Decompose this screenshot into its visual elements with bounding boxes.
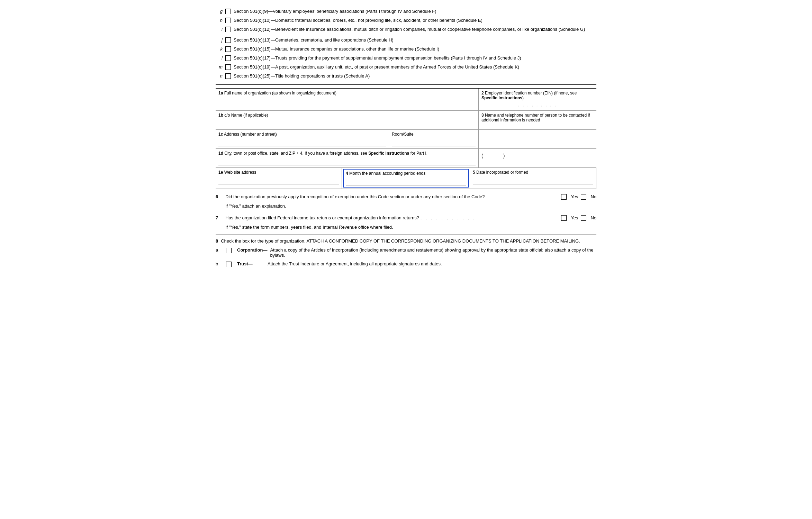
section-8a-letter: a	[216, 247, 223, 253]
row-1e-4-5: 1e Web site address 4 Month the annual a…	[216, 168, 596, 189]
question-6-section: 6 Did the organization previously apply …	[216, 192, 596, 211]
field-1c-input[interactable]	[218, 138, 386, 146]
field-room-container: Room/Suite	[389, 130, 479, 148]
section-8a-content: Corporation— Attach a copy of the Articl…	[237, 247, 596, 258]
field-1e-input[interactable]	[218, 176, 339, 184]
field-room-input[interactable]	[392, 138, 476, 146]
question-7-section: 7 Has the organization filed Federal inc…	[216, 213, 596, 232]
field-2-container: 2 Employer identification number (EIN) (…	[479, 89, 596, 110]
checkbox-h[interactable]	[225, 18, 231, 23]
field-1c-right	[479, 130, 596, 148]
section-8-num: 8	[216, 238, 218, 245]
section-8-header: 8 Check the box for the type of organiza…	[216, 235, 596, 246]
q6-num: 6	[216, 193, 223, 200]
section-h-letter: h	[216, 17, 225, 24]
form-container: g Section 501(c)(9)—Voluntary employees'…	[216, 7, 596, 269]
checkbox-8b[interactable]	[226, 262, 232, 267]
section-i-text: Section 501(c)(12)—Benevolent life insur…	[234, 26, 596, 33]
field-1b-num: 1b	[218, 113, 223, 118]
section-n-text: Section 501(c)(25)—Title holding corpora…	[234, 73, 596, 79]
q7-no-label: No	[581, 215, 596, 221]
q7-sub: If "Yes," state the form numbers, years …	[216, 223, 596, 232]
field-1c-label: 1c Address (number and street)	[218, 132, 386, 137]
section-8b-type: Trust—	[237, 261, 265, 266]
row-1d: 1d City, town or post office, state, and…	[216, 149, 596, 168]
section-i-letter: i	[216, 26, 225, 33]
section-i-row: i Section 501(c)(12)—Benevolent life ins…	[216, 25, 596, 34]
field-1b-container: 1b c/o Name (if applicable)	[216, 111, 479, 129]
checkbox-i[interactable]	[225, 27, 231, 32]
field-1d-num: 1d	[218, 151, 223, 156]
section-h-text: Section 501(c)(10)—Domestic fraternal so…	[234, 17, 596, 24]
q6-sub: If "Yes," attach an explanation.	[216, 202, 596, 211]
field-5-num: 5	[473, 170, 475, 175]
checkbox-g[interactable]	[225, 9, 231, 14]
phone-area-input[interactable]	[485, 152, 502, 159]
field-2-dots: · · · · · · · · ·	[518, 103, 557, 108]
q7-yes-label: Yes	[561, 215, 578, 221]
section-g-letter: g	[216, 8, 225, 15]
q7-yes-checkbox[interactable]	[561, 215, 567, 221]
section-g-text: Section 501(c)(9)—Voluntary employees' b…	[234, 8, 596, 15]
q6-yes-label: Yes	[561, 193, 578, 200]
question-7-row: 7 Has the organization filed Federal inc…	[216, 213, 596, 223]
row-1c: 1c Address (number and street) Room/Suit…	[216, 130, 596, 149]
checkbox-j[interactable]	[225, 37, 231, 43]
field-1a-input[interactable]	[218, 97, 476, 105]
field-5-label: 5 Date incorporated or formed	[473, 170, 593, 175]
section-n-row: n Section 501(c)(25)—Title holding corpo…	[216, 72, 596, 81]
section-8b-desc: Attach the Trust Indenture or Agreement,…	[268, 261, 596, 266]
section-8a-type: Corporation—	[237, 247, 267, 258]
row-1a-2: 1a Full name of organization (as shown i…	[216, 89, 596, 111]
field-4-num: 4	[346, 171, 348, 176]
field-1b-text: c/o Name (if applicable)	[224, 113, 268, 118]
checkbox-8a[interactable]	[226, 248, 232, 253]
field-1d-input[interactable]	[218, 157, 476, 165]
field-3-num: 3	[481, 113, 484, 118]
checkbox-k[interactable]	[225, 46, 231, 52]
checkbox-m[interactable]	[225, 64, 231, 70]
field-2-bold: Specific Instructions	[481, 95, 522, 100]
field-1e-num: 1e	[218, 170, 223, 175]
section-8b-letter: b	[216, 261, 223, 266]
q7-main-text: Has the organization filed Federal incom…	[225, 215, 419, 220]
field-1e-label: 1e Web site address	[218, 170, 339, 175]
field-1e-text: Web site address	[224, 170, 256, 175]
field-5-input[interactable]	[473, 176, 593, 184]
paren-close: )	[503, 153, 505, 158]
field-3-label: 3 Name and telephone number of person to…	[481, 113, 594, 122]
field-4-label: 4 Month the annual accounting period end…	[346, 171, 466, 176]
field-1b-input[interactable]	[218, 119, 476, 127]
q7-no-checkbox[interactable]	[581, 215, 586, 221]
q6-yes-checkbox[interactable]	[561, 194, 567, 200]
section-g-row: g Section 501(c)(9)—Voluntary employees'…	[216, 7, 596, 16]
phone-area: ( )	[481, 152, 594, 159]
phone-number-input[interactable]	[506, 152, 594, 159]
q7-no-text: No	[590, 215, 596, 221]
field-4-text: Month the annual accounting period ends	[349, 171, 425, 176]
section-k-text: Section 501(c)(15)—Mutual insurance comp…	[234, 46, 596, 52]
q6-answers: Yes No	[561, 193, 596, 200]
field-1c-text: Address (number and street)	[224, 132, 277, 137]
field-4-input[interactable]	[346, 177, 466, 185]
q7-answers: Yes No	[561, 215, 596, 221]
field-5-text: Date incorporated or formed	[476, 170, 528, 175]
section-8-text: Check the box for the type of organizati…	[221, 238, 580, 245]
field-1d-suffix: for Part I.	[410, 151, 427, 156]
field-1b-label: 1b c/o Name (if applicable)	[218, 113, 476, 118]
q7-num: 7	[216, 215, 223, 221]
checkbox-n[interactable]	[225, 73, 231, 79]
field-2-num: 2	[481, 91, 484, 95]
field-1d-bold: Specific Instructions	[368, 151, 409, 156]
row-1b-3: 1b c/o Name (if applicable) 3 Name and t…	[216, 111, 596, 130]
q6-yes-text: Yes	[571, 193, 578, 200]
field-1a-label: 1a Full name of organization (as shown i…	[218, 91, 476, 95]
field-1a-text: Full name of organization (as shown in o…	[224, 91, 336, 95]
field-1d-side: ( )	[479, 149, 596, 167]
main-divider	[216, 84, 596, 85]
section-8b-content: Trust— Attach the Trust Indenture or Agr…	[237, 261, 596, 266]
section-l-text: Section 501(c)(17)—Trusts providing for …	[234, 55, 596, 61]
checkbox-l[interactable]	[225, 55, 231, 61]
field-1e-container: 1e Web site address	[216, 168, 342, 189]
q6-no-checkbox[interactable]	[581, 194, 586, 200]
